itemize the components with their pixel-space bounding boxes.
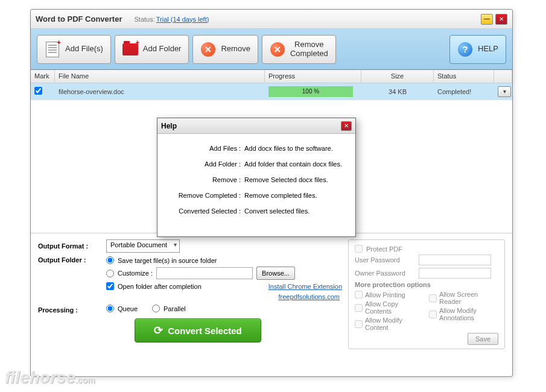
- install-extension-link[interactable]: Install Chrome Extension: [268, 283, 342, 290]
- convert-selected-button[interactable]: ⟳ Convert Selected: [135, 318, 261, 343]
- header-status[interactable]: Status: [434, 70, 494, 83]
- row-size: 34 KB: [361, 88, 434, 95]
- user-pw-label: User Password: [355, 256, 415, 264]
- help-dialog: Help ✕ Add Files :Add docx files to the …: [157, 118, 356, 237]
- site-link[interactable]: freepdfsolutions.com: [279, 293, 340, 300]
- status-label: Status:: [135, 16, 155, 23]
- save-protect-button[interactable]: Save: [468, 333, 498, 345]
- toolbar: Add File(s) Add Folder ✕ Remove ✕ Remove…: [31, 29, 512, 70]
- row-checkbox[interactable]: [34, 87, 42, 95]
- open-after-checkbox[interactable]: [106, 282, 114, 290]
- processing-label: Processing :: [38, 306, 101, 314]
- help-key: Remove :: [166, 176, 244, 183]
- owner-pw-input[interactable]: [419, 268, 491, 279]
- header-size[interactable]: Size: [361, 70, 434, 83]
- customize-path-input[interactable]: [156, 267, 253, 279]
- allow-annot-label: Allow Modify Annotations: [439, 307, 498, 321]
- add-folder-button[interactable]: Add Folder: [115, 35, 189, 64]
- minimize-button[interactable]: —: [481, 14, 493, 25]
- browse-button[interactable]: Browse...: [256, 267, 295, 280]
- help-val: Add docx files to the software.: [244, 145, 347, 152]
- help-dialog-body: Add Files :Add docx files to the softwar…: [157, 134, 355, 236]
- remove-completed-label: Remove Completed: [290, 40, 328, 58]
- help-key: Remove Completed :: [166, 192, 244, 199]
- progress-bar: 100 %: [268, 86, 353, 97]
- output-format-label: Output Format :: [38, 242, 101, 250]
- row-action-button[interactable]: ▾: [498, 86, 511, 97]
- help-val: Add folder that contain docx files.: [244, 160, 347, 168]
- customize-radio[interactable]: [106, 270, 114, 277]
- row-filename: filehorse-overview.doc: [55, 88, 265, 95]
- more-options-title: More protection options: [355, 281, 498, 288]
- allow-copy-checkbox[interactable]: [355, 304, 363, 312]
- table-header: Mark File Name Progress Size Status: [31, 70, 512, 83]
- folder-plus-icon: [122, 42, 138, 57]
- output-format-select[interactable]: Portable Document: [106, 239, 180, 253]
- app-title: Word to PDF Converter: [36, 14, 122, 24]
- help-key: Add Folder :: [166, 160, 244, 168]
- help-dialog-title: Help: [161, 122, 177, 130]
- options-panel: Output Format : Portable Document Output…: [31, 233, 512, 355]
- remove-completed-button[interactable]: ✕ Remove Completed: [262, 35, 336, 64]
- remove-completed-icon: ✕: [270, 42, 285, 57]
- help-key: Converted Selected :: [166, 207, 244, 215]
- help-dialog-close-button[interactable]: ✕: [341, 121, 352, 131]
- parallel-label: Parallel: [163, 305, 186, 312]
- help-val: Convert selected files.: [244, 207, 347, 215]
- allow-printing-label: Allow Printing: [365, 291, 405, 299]
- remove-button[interactable]: ✕ Remove: [192, 35, 258, 64]
- save-in-source-label: Save target file(s) in source folder: [118, 257, 217, 264]
- user-pw-input[interactable]: [419, 254, 491, 265]
- allow-copy-label: Allow Copy Contents: [365, 300, 424, 315]
- convert-label: Convert Selected: [168, 326, 242, 336]
- output-folder-label: Output Folder :: [38, 256, 101, 264]
- open-after-label: Open folder after completion: [118, 283, 202, 290]
- allow-modify-label: Allow Modify Content: [365, 317, 424, 331]
- add-files-button[interactable]: Add File(s): [37, 35, 111, 64]
- allow-screen-checkbox[interactable]: [429, 294, 437, 302]
- parallel-radio[interactable]: [152, 305, 160, 312]
- help-val: Remove completed files.: [244, 192, 347, 199]
- help-val: Remove Selected docx files.: [244, 176, 347, 183]
- trial-status-link[interactable]: Trial (14 days left): [156, 16, 209, 23]
- table-row[interactable]: filehorse-overview.doc 100 % 34 KB Compl…: [31, 83, 512, 100]
- save-in-source-radio[interactable]: [106, 256, 114, 264]
- allow-printing-checkbox[interactable]: [355, 291, 363, 299]
- header-filename[interactable]: File Name: [55, 70, 265, 83]
- page-plus-icon: [45, 42, 60, 57]
- header-progress[interactable]: Progress: [265, 70, 361, 83]
- help-key: Add Files :: [166, 145, 244, 152]
- remove-icon: ✕: [200, 42, 216, 57]
- allow-screen-label: Allow Screen Reader: [439, 291, 498, 305]
- help-label: HELP: [478, 45, 498, 53]
- protect-pdf-panel: Protect PDF User Password Owner Password…: [348, 239, 505, 349]
- owner-pw-label: Owner Password: [355, 270, 415, 277]
- refresh-icon: ⟳: [154, 324, 163, 337]
- protect-pdf-checkbox[interactable]: [355, 245, 363, 253]
- allow-modify-checkbox[interactable]: [355, 320, 363, 328]
- close-button[interactable]: ✕: [495, 14, 507, 25]
- add-files-label: Add File(s): [65, 45, 103, 53]
- remove-label: Remove: [221, 45, 250, 53]
- queue-label: Queue: [118, 305, 138, 312]
- header-mark[interactable]: Mark: [31, 70, 55, 83]
- help-dialog-titlebar[interactable]: Help ✕: [157, 118, 355, 134]
- protect-pdf-title: Protect PDF: [366, 245, 402, 253]
- titlebar: Word to PDF Converter Status: Trial (14 …: [31, 10, 512, 29]
- row-status: Completed!: [434, 88, 494, 95]
- add-folder-label: Add Folder: [143, 45, 182, 53]
- queue-radio[interactable]: [106, 305, 114, 312]
- help-button[interactable]: ? HELP: [449, 35, 506, 64]
- help-icon: ?: [457, 42, 473, 57]
- allow-annot-checkbox[interactable]: [429, 311, 437, 318]
- header-action: [494, 70, 512, 83]
- customize-label: Customize :: [118, 270, 153, 277]
